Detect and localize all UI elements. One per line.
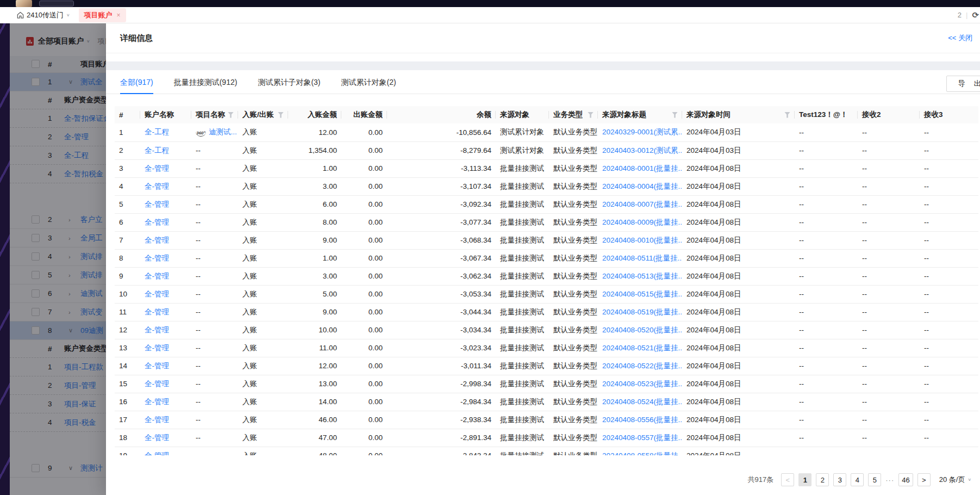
account-link[interactable]: 全-工程 [145, 146, 169, 154]
source-title-link[interactable]: 20240408-0511(批量挂... [602, 254, 682, 262]
source-title-link[interactable]: 20240408-0558(批量挂... [602, 451, 682, 456]
source-title-link[interactable]: 20240408-0521(批量挂... [602, 344, 682, 352]
tab-2[interactable]: 测试累计子对象(3) [258, 70, 320, 94]
source-title-link[interactable]: 20240408-0007(批量挂... [602, 200, 682, 208]
source-title-link[interactable]: 20240408-0524(批量挂... [602, 398, 682, 406]
cell-test123: -- [795, 285, 858, 303]
page-button-1[interactable]: 1 [798, 473, 812, 486]
source-title-link[interactable]: 20240408-0522(批量挂... [602, 362, 682, 370]
source-title-link[interactable]: 20240408-0010(批量挂... [602, 236, 682, 244]
cell-source-date: 2024年04月08日 [682, 375, 795, 393]
source-title-link[interactable]: 20240408-0515(批量挂... [602, 290, 682, 298]
export-button[interactable]: 导 出 [946, 76, 980, 92]
tab-1[interactable]: 批量挂接测试(912) [174, 70, 238, 94]
refresh-icon[interactable]: ⟳ [972, 10, 979, 20]
account-link[interactable]: 全-管理 [145, 416, 169, 424]
account-link[interactable]: 全-工程 [145, 128, 169, 136]
source-title-link[interactable]: 20240408-0009(批量挂... [602, 218, 682, 226]
rotate-360-icon: 360° [196, 131, 206, 137]
cell-recv2: -- [858, 141, 920, 159]
account-link[interactable]: 全-管理 [145, 272, 169, 280]
cell-in-amount: 8.00 [288, 213, 341, 231]
account-link[interactable]: 全-管理 [145, 254, 169, 262]
tab-project-account[interactable]: 项目账户 × [79, 8, 126, 22]
cell-source: 批量挂接测试 [496, 411, 549, 429]
filter-icon[interactable] [228, 112, 234, 118]
cell-source-date: 2024年04月08日 [682, 447, 795, 455]
user-avatar[interactable] [16, 0, 32, 7]
os-widget[interactable] [39, 1, 74, 7]
cell-recv2: -- [858, 375, 920, 393]
source-title-link[interactable]: 20240408-0557(批量挂... [602, 434, 682, 442]
account-link[interactable]: 全-管理 [145, 290, 169, 298]
cell-project: -- [191, 249, 238, 267]
cell-out-amount: 0.00 [341, 195, 387, 213]
account-link[interactable]: 全-管理 [145, 380, 169, 388]
cell-recv3: -- [920, 267, 978, 285]
account-link[interactable]: 全-管理 [145, 236, 169, 244]
account-link[interactable]: 全-管理 [145, 451, 169, 456]
account-link[interactable]: 全-管理 [145, 326, 169, 334]
collapse-drawer-link[interactable]: << 关闭 [948, 33, 972, 43]
cell-balance: -3,077.34 [387, 213, 496, 231]
page-size-select[interactable]: 20 条/页∨ [939, 475, 971, 485]
cell-biz-type: 默认业务类型 [549, 321, 598, 339]
tab-3[interactable]: 测试累计对象(2) [341, 70, 396, 94]
account-link[interactable]: 全-管理 [145, 164, 169, 172]
tab-0[interactable]: 全部(917) [120, 70, 153, 94]
source-title-link[interactable]: 20240408-0519(批量挂... [602, 308, 682, 316]
source-title-link[interactable]: 20240408-0513(批量挂... [602, 272, 682, 280]
filter-icon[interactable] [784, 112, 790, 118]
cell-direction: 入账 [238, 339, 288, 357]
project-link[interactable]: 迪测试... [209, 128, 237, 136]
close-tab-icon[interactable]: × [117, 11, 121, 19]
account-link[interactable]: 全-管理 [145, 362, 169, 370]
page-button-5[interactable]: 5 [868, 473, 881, 486]
source-title-link[interactable]: 20240329-0001(测试累... [602, 128, 682, 136]
cell-account: 全-管理 [140, 375, 191, 393]
filter-icon[interactable] [588, 112, 594, 118]
source-title-link[interactable]: 20240408-0004(批量挂... [602, 182, 682, 190]
page-button-46[interactable]: 46 [898, 473, 913, 486]
modal-mask[interactable] [10, 23, 106, 495]
filter-icon[interactable] [278, 112, 284, 118]
cell-biz-type: 默认业务类型 [549, 285, 598, 303]
account-link[interactable]: 全-管理 [145, 308, 169, 316]
cell-biz-type: 默认业务类型 [549, 339, 598, 357]
cell-biz-type: 默认业务类型 [549, 195, 598, 213]
cell-direction: 入账 [238, 285, 288, 303]
filter-icon[interactable] [672, 112, 678, 118]
home-tab-label[interactable]: 2410传送门 [27, 10, 64, 20]
source-title-link[interactable]: 20240408-0001(批量挂... [602, 164, 682, 172]
account-link[interactable]: 全-管理 [145, 398, 169, 406]
empty-value: -- [196, 344, 201, 352]
cell-project: -- [191, 195, 238, 213]
page-button-4[interactable]: 4 [851, 473, 864, 486]
account-link[interactable]: 全-管理 [145, 344, 169, 352]
account-link[interactable]: 全-管理 [145, 434, 169, 442]
account-link[interactable]: 全-管理 [145, 182, 169, 190]
source-title-link[interactable]: 20240408-0520(批量挂... [602, 326, 682, 334]
cell-biz-type: 默认业务类型 [549, 429, 598, 447]
source-title-link[interactable]: 20240403-0012(测试累... [602, 146, 682, 154]
column-header-10: 来源对象时间 [682, 106, 795, 123]
cell-out-amount: 0.00 [341, 285, 387, 303]
empty-value: -- [196, 398, 201, 406]
cell-balance: -2,998.34 [387, 375, 496, 393]
column-header-11: Test123！@！ [795, 106, 858, 123]
next-page-button[interactable]: > [917, 473, 931, 486]
source-title-link[interactable]: 20240408-0556(批量挂... [602, 416, 682, 424]
chevron-down-icon[interactable]: ∨ [66, 13, 70, 17]
account-link[interactable]: 全-管理 [145, 218, 169, 226]
divider: | [966, 11, 967, 19]
more-pages-icon[interactable]: ··· [885, 476, 894, 484]
account-link[interactable]: 全-管理 [145, 200, 169, 208]
page-button-3[interactable]: 3 [833, 473, 846, 486]
empty-value: -- [196, 218, 201, 226]
cell-index: 2 [115, 141, 140, 159]
source-title-link[interactable]: 20240408-0523(批量挂... [602, 380, 682, 388]
page-button-2[interactable]: 2 [816, 473, 829, 486]
cell-project: -- [191, 159, 238, 177]
chevron-down-icon: ∨ [967, 478, 971, 482]
prev-page-button[interactable]: < [781, 473, 794, 486]
